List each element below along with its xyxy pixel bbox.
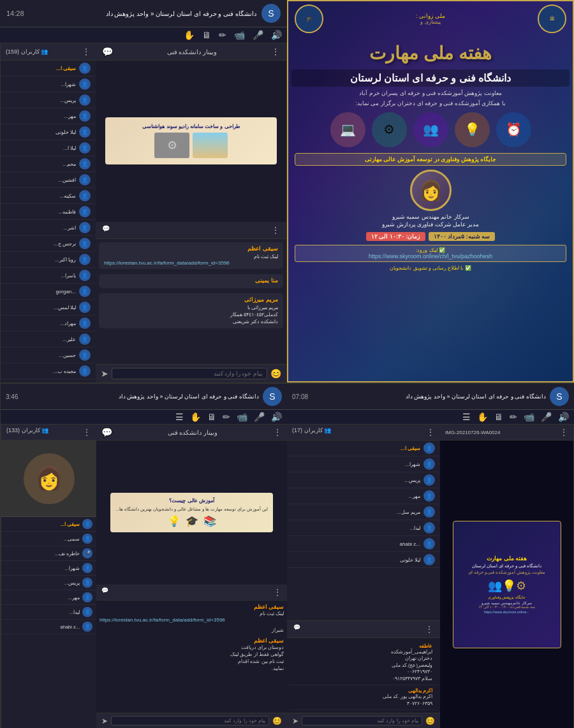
bl-image-frame: هفته ملی مهارت دانشگاه فنی و حرفه ای است… [440,440,573,728]
vc-chat-input[interactable] [112,368,267,379]
screen-icon[interactable]: 🖥 [202,30,211,40]
vc-user-avatar-7: 👤 [79,158,91,170]
bl-toolbar: 🔊 🎤 📹 ✏ 🖥 ✋ ☰ [287,410,574,425]
vc-user-item-13: 👤 رویا اکبر... [1,252,96,268]
bl-user-avatar-7: 👤 [423,538,435,550]
br-chat-sender-1: سیقی اعظم [99,604,284,610]
br-time: 3:46 [6,393,18,400]
br-user-item-4: 👤 شهرا... [1,561,96,576]
bl-content: ⋮ IMG-20210726-WA0024 هفته ملی مهارت دان… [287,425,574,728]
bl-chat-menu[interactable]: ⋮ [425,624,434,634]
br-user-name-1: سیقی ا... [5,521,80,527]
br-hand-icon[interactable]: ✋ [190,412,201,422]
br-speaker-icon[interactable]: 🔊 [271,412,282,422]
vc-title: دانشگاه فنی و حرفه ای استان لرستان « واح… [29,10,256,17]
vc-users-count: 👥 کاربران (159) [6,48,48,55]
vc-msg-text-1: لینک ثبت نام [104,253,278,260]
br-users-menu[interactable]: ⋮ [82,427,91,437]
vc-user-item-14: 👤 یاسرا... [1,268,96,284]
bl-user-avatar-2: 👤 [423,458,435,470]
vc-user-name-14: یاسرا... [6,273,76,279]
bottom-right-videocall: S دانشگاه فنی و حرفه ای استان لرستان « و… [0,382,287,728]
br-chat-link-1[interactable]: https://lorestan.tvu.ac.ir/fa/form_data/… [99,617,284,623]
bl-camera-icon[interactable]: 📹 [524,412,534,422]
bl-chat-msg-1: عاطفه ابراهیمی_آموزشکدهدختران تهرانولیعص… [290,641,438,686]
video-menu-icon[interactable]: ⋮ [271,47,280,57]
br-users-panel: ⋮ 👥 کاربران (133) 👩 👤 سیقی ا... 👤 [1,425,96,728]
bl-speaker-icon[interactable]: 🔊 [558,412,569,422]
bl-mute-icon[interactable]: 🎤 [541,412,552,422]
bl-send-icon[interactable]: ➤ [292,717,298,725]
chat-icon[interactable]: 💬 [102,47,113,57]
vc-user-name-20: مجیده ب... [6,368,76,374]
br-user-name-6: مهر... [5,595,80,601]
vc-user-name-4: مهر... [6,113,76,119]
br-chat-icon[interactable]: 💬 [101,427,112,437]
send-icon[interactable]: ➤ [101,368,108,379]
br-send-icon[interactable]: ➤ [101,717,108,725]
br-app-logo: S [263,387,282,406]
bl-user-avatar-8: 👤 [423,554,435,565]
vc-user-item-20: 👤 مجیده ب... [1,363,96,379]
br-screen-icon[interactable]: 🖥 [207,412,216,422]
bl-chat-input[interactable] [302,716,422,725]
mute-icon[interactable]: 🎤 [253,30,263,40]
vc-user-avatar-19: 👤 [79,349,91,361]
bl-menu-icon[interactable]: ☰ [462,412,471,422]
bl-users-menu[interactable]: ⋮ [426,427,435,437]
poster-panel: 🏛 ملی زوانی : پیشتازی و 🎓 هفته ملی مهارت… [287,0,574,382]
br-user-item-7: 👤 لیدا... [1,605,96,620]
users-menu-icon[interactable]: ⋮ [82,47,91,57]
bl-user-item-1: 👤 سیقی ا... [287,440,440,456]
chat-menu-icon[interactable]: ⋮ [271,225,280,235]
bl-chat-input-bar: 😊 ➤ [287,713,440,728]
bl-pen-icon[interactable]: ✏ [510,412,517,422]
bl-screen-icon[interactable]: 🖥 [494,412,503,422]
br-user-avatar-6: 👤 [82,592,92,602]
br-chat-menu[interactable]: ⋮ [273,587,282,597]
br-user-name-4: شهرا... [5,565,80,571]
camera-icon[interactable]: 📹 [234,30,245,40]
vc-user-avatar-10: 👤 [79,206,91,217]
hand-icon[interactable]: ✋ [184,30,195,40]
br-mute-icon[interactable]: 🎤 [254,412,265,422]
bl-chat-messages: عاطفه ابراهیمی_آموزشکدهدختران تهرانولیعص… [287,638,440,713]
br-emoji-icon[interactable]: 😊 [272,717,282,725]
br-pen-icon[interactable]: ✏ [223,412,230,422]
vc-users-panel: ⋮ 👥 کاربران (159) 👤 سیقی ا... 👤 شهرا... [0,43,96,382]
br-chat-input[interactable] [111,716,269,725]
vc-app-logo: S [261,4,281,23]
bl-hand-icon[interactable]: ✋ [477,412,488,422]
vc-user-name-1: سیقی ا... [6,66,76,71]
bl-emoji-icon[interactable]: 😊 [425,717,435,725]
vc-msg-link-1[interactable]: https://lorestan.tvu.ac.ir/fa/form_data/… [104,260,278,266]
br-video-frame: آموزش عالی چیست؟ این آموزش برای توسعه مه… [96,440,287,585]
bl-poster-thumbnail: هفته ملی مهارت دانشگاه فنی و حرفه ای است… [453,521,561,648]
bl-user-list: 👤 سیقی ا... 👤 شهرا... 👤 پریس... 👤 مهر... [287,440,440,620]
br-user-name-2: سمی... [5,536,80,542]
br-user-item-3: 🎤 خاطره نف... [1,546,96,561]
bl-users-count: 👥 کاربران (17) [292,427,331,437]
vc-header: S دانشگاه فنی و حرفه ای استان لرستان « و… [0,0,287,27]
emoji-icon[interactable]: 😊 [270,368,281,379]
speaker-icon[interactable]: 🔊 [271,30,282,40]
bl-app-logo: S [550,387,569,406]
pen-icon[interactable]: ✏ [219,30,226,40]
bl-img-menu[interactable]: ⋮ [559,427,568,437]
bl-user-name-3: پریس... [292,477,420,483]
br-video-menu[interactable]: ⋮ [273,427,282,437]
br-pres-icon-2: 🎓 [186,515,198,527]
br-user-avatar-1: 👤 [82,519,92,529]
br-camera-icon[interactable]: 📹 [237,412,247,422]
vc-content: ⋮ وبینار دانشکده فنی 💬 طراحی و ساخت ساما… [0,43,287,382]
bl-user-item-3: 👤 پریس... [287,472,440,488]
vc-chat-input-bar: 😊 ➤ [96,364,286,382]
br-menu-icon[interactable]: ☰ [175,412,184,422]
bottom-left-videocall: S دانشگاه فنی و حرفه ای استان لرستان « و… [287,382,574,728]
vc-chat-tab: 💬 [102,225,110,235]
br-video-tab-header: ⋮ وبینار دانشکده فنی 💬 [96,425,287,440]
vc-user-item-2: 👤 شهرا... [1,76,96,92]
br-chat-text-2: شیراز [99,627,284,634]
br-title: دانشگاه فنی و حرفه ای استان لرستان « واح… [22,393,259,400]
bl-chat-sender-2: اکرم یدالهی [295,688,432,694]
